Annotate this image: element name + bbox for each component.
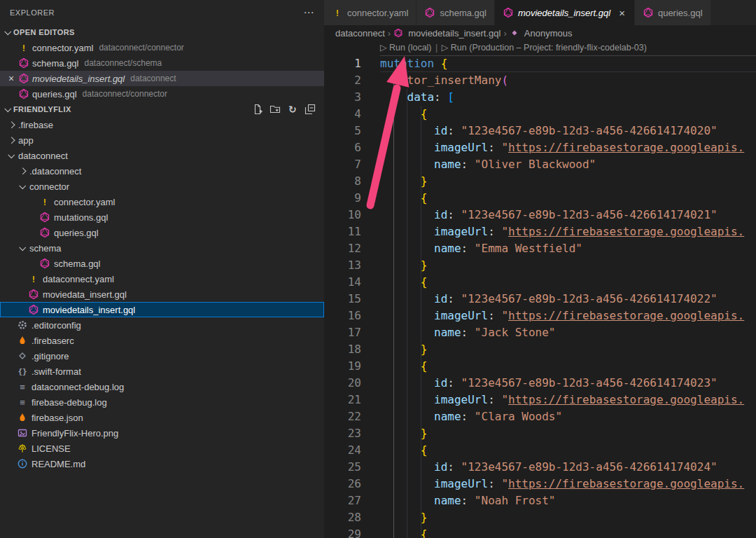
line-number: 29 [324,526,380,538]
open-editors-header[interactable]: OPEN EDITORS [0,25,324,40]
line-number: 25 [324,459,380,476]
vscode-window: EXPLORER ⋯ OPEN EDITORS !connector.yamld… [0,0,756,538]
code-line-5[interactable]: 5 id: "123e4567-e89b-12d3-a456-426614174… [324,123,756,139]
code-line-29[interactable]: 29 { [324,526,756,538]
open-editor-connector.yaml[interactable]: !connector.yamldataconnect/connector [0,40,324,55]
file-mutations.gql[interactable]: mutations.gql [0,209,324,225]
code-line-8[interactable]: 8 } [324,173,756,190]
code-line-27[interactable]: 27 name: "Noah Frost" [324,492,756,509]
file-tree: .firebaseappdataconnect.dataconnectconne… [0,117,324,471]
line-number: 21 [324,392,380,408]
breadcrumb-item-moviedetails_insert.gql[interactable]: moviedetails_insert.gql [393,28,500,39]
folder-schema[interactable]: schema [0,240,324,256]
code-line-25[interactable]: 25 id: "123e4567-e89b-12d3-a456-42661417… [324,459,756,476]
line-content: { [380,526,756,538]
code-line-7[interactable]: 7 name: "Oliver Blackwood" [324,156,756,173]
tab-queries.gql[interactable]: queries.gql [635,0,711,25]
code-line-21[interactable]: 21 imageUrl: "https://firebasestorage.go… [324,392,756,408]
graphql-icon [18,57,31,69]
file-.editorconfig[interactable]: .editorconfig [0,317,324,333]
folder-.firebase[interactable]: .firebase [0,117,324,132]
close-icon[interactable]: × [617,7,626,19]
file-LICENSE[interactable]: LICENSE [0,441,324,456]
file-queries.gql[interactable]: queries.gql [0,225,324,240]
entry-name: dataconnect [18,151,68,161]
tree-toolbar: ↻ [252,104,324,115]
file-schema.gql[interactable]: schema.gql [0,256,324,271]
file-firebase-debug.log[interactable]: ≡firebase-debug.log [0,394,324,410]
code-line-11[interactable]: 11 imageUrl: "https://firebasestorage.go… [324,223,756,240]
file-connector.yaml[interactable]: !connector.yaml [0,194,324,209]
code-line-18[interactable]: 18 } [324,341,756,358]
file-dataconnect-debug.log[interactable]: ≡dataconnect-debug.log [0,379,324,394]
folder-connector[interactable]: connector [0,179,324,194]
breadcrumb-item-Anonymous[interactable]: Anonymous [510,28,573,39]
code-line-28[interactable]: 28 } [324,509,756,526]
folder-dataconnect[interactable]: dataconnect [0,148,324,163]
code-line-4[interactable]: 4 { [324,106,756,123]
line-content: } [380,173,756,190]
braces-icon: {} [17,366,30,377]
codelens-run-link[interactable]: ▷ Run (Production – Project: friendly-fl… [442,43,647,53]
code-line-10[interactable]: 10 id: "123e4567-e89b-12d3-a456-42661417… [324,207,756,223]
folder-.dataconnect[interactable]: .dataconnect [0,163,324,179]
tab-connector.yaml[interactable]: !connector.yaml [324,0,416,25]
file-moviedetails_insert.gql[interactable]: moviedetails_insert.gql [0,302,324,317]
code-line-1[interactable]: 1mutation { [324,55,756,72]
file-.swift-format[interactable]: {}.swift-format [0,364,324,379]
log-icon: ≡ [17,396,30,408]
collapse-all-icon[interactable] [304,104,316,115]
tab-moviedetails_insert.gql[interactable]: moviedetails_insert.gql× [495,0,635,25]
entry-name: README.md [31,459,85,469]
flame-icon [17,335,30,346]
line-number: 18 [324,341,380,358]
refresh-icon[interactable]: ↻ [287,104,298,115]
code-line-26[interactable]: 26 imageUrl: "https://firebasestorage.go… [324,476,756,492]
image-icon [17,427,30,439]
file-.firebaserc[interactable]: .firebaserc [0,333,324,348]
code-line-22[interactable]: 22 name: "Clara Woods" [324,408,756,425]
code-line-6[interactable]: 6 imageUrl: "https://firebasestorage.goo… [324,139,756,156]
code-line-19[interactable]: 19 { [324,358,756,375]
code-line-24[interactable]: 24 { [324,442,756,459]
project-section-header[interactable]: FRIENDLYFLIX ↻ [0,102,324,117]
line-content: id: "123e4567-e89b-12d3-a456-42661417402… [380,375,756,392]
line-content: name: "Noah Frost" [380,492,756,509]
breadcrumb-item-dataconnect[interactable]: dataconnect [335,28,385,39]
code-line-9[interactable]: 9 { [324,190,756,207]
code-line-17[interactable]: 17 name: "Jack Stone" [324,324,756,341]
open-editor-queries.gql[interactable]: queries.gqldataconnect/connector [0,86,324,102]
line-content: name: "Oliver Blackwood" [380,156,756,173]
code-line-15[interactable]: 15 id: "123e4567-e89b-12d3-a456-42661417… [324,291,756,308]
file-.gitignore[interactable]: .gitignore [0,348,324,364]
file-firebase.json[interactable]: firebase.json [0,410,324,425]
open-editor-schema.gql[interactable]: schema.gqldataconnect/schema [0,55,324,71]
code-line-14[interactable]: 14 { [324,274,756,291]
code-line-3[interactable]: 3 data: [ [324,89,756,106]
code-line-16[interactable]: 16 imageUrl: "https://firebasestorage.go… [324,308,756,324]
new-file-icon[interactable] [252,104,263,115]
open-editor-moviedetails_insert.gql[interactable]: ×moviedetails_insert.gqldataconnect [0,71,324,86]
close-icon[interactable]: × [4,73,18,84]
line-content: id: "123e4567-e89b-12d3-a456-42661417402… [380,123,756,139]
line-content: mutation { [380,55,756,72]
info-icon [17,458,30,469]
open-editor-path: dataconnect/schema [84,58,162,68]
file-moviedata_insert.gql[interactable]: moviedata_insert.gql [0,287,324,302]
code-editor[interactable]: ▷ Run (local) | ▷ Run (Production – Proj… [324,41,756,538]
new-folder-icon[interactable] [270,104,281,115]
code-line-20[interactable]: 20 id: "123e4567-e89b-12d3-a456-42661417… [324,375,756,392]
file-README.md[interactable]: README.md [0,456,324,471]
code-line-13[interactable]: 13 } [324,257,756,274]
graphql-icon [643,7,656,18]
more-actions-icon[interactable]: ⋯ [304,6,315,19]
code-line-2[interactable]: 2 actor_insertMany( [324,72,756,89]
codelens-run-link[interactable]: ▷ Run (local) [380,43,432,53]
folder-app[interactable]: app [0,132,324,148]
code-line-12[interactable]: 12 name: "Emma Westfield" [324,240,756,257]
file-dataconnect.yaml[interactable]: !dataconnect.yaml [0,271,324,287]
file-FriendlyFlix-Hero.png[interactable]: FriendlyFlix-Hero.png [0,425,324,441]
breadcrumb-label: Anonymous [524,28,573,39]
tab-schema.gql[interactable]: schema.gql [416,0,494,25]
code-line-23[interactable]: 23 } [324,425,756,442]
